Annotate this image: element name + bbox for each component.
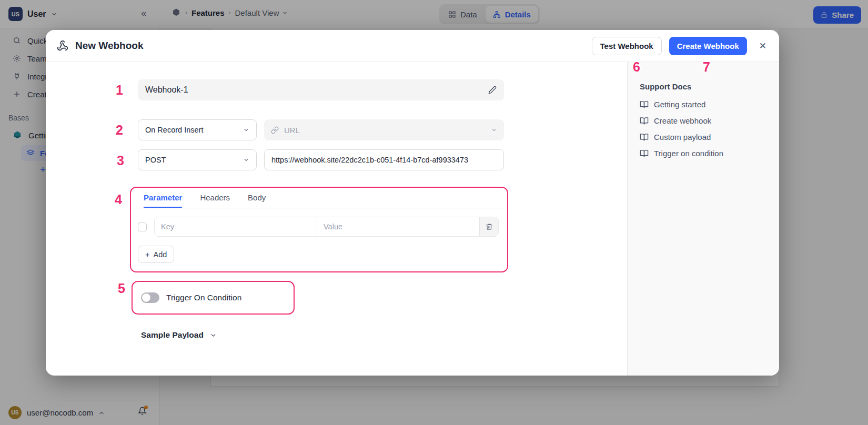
close-icon[interactable]: ✕ bbox=[759, 41, 766, 52]
book-icon bbox=[640, 149, 649, 158]
parameter-checkbox[interactable] bbox=[138, 222, 147, 231]
test-webhook-button[interactable]: Test Webhook bbox=[592, 37, 662, 55]
annotation-1: 1 bbox=[116, 83, 123, 98]
annotation-7: 7 bbox=[703, 59, 710, 75]
book-icon bbox=[640, 100, 649, 109]
parameter-row bbox=[138, 217, 499, 237]
trigger-condition-toggle[interactable] bbox=[141, 292, 159, 303]
doc-link-label: Getting started bbox=[654, 100, 705, 109]
annotation-3: 3 bbox=[117, 153, 124, 168]
chevron-down-icon bbox=[243, 157, 249, 163]
support-docs-panel: Support Docs Getting started Create webh… bbox=[627, 62, 779, 376]
request-config-highlight-box: Parameter Headers Body bbox=[130, 187, 508, 272]
annotation-6: 6 bbox=[633, 59, 640, 75]
tab-body[interactable]: Body bbox=[248, 193, 266, 208]
pencil-icon[interactable] bbox=[488, 86, 497, 94]
doc-link-custom-payload[interactable]: Custom payload bbox=[640, 133, 769, 141]
notification-type-placeholder: URL bbox=[284, 126, 300, 135]
add-button-label: Add bbox=[153, 250, 167, 259]
doc-link-label: Custom payload bbox=[654, 133, 711, 141]
delete-row-button[interactable] bbox=[479, 217, 498, 236]
create-webhook-button[interactable]: Create Webhook bbox=[669, 37, 747, 55]
book-icon bbox=[640, 133, 649, 141]
request-config-tabs: Parameter Headers Body bbox=[131, 188, 507, 208]
webhook-name-input[interactable] bbox=[145, 85, 488, 95]
sample-payload-toggle[interactable]: Sample Payload bbox=[141, 330, 627, 340]
method-select-value: POST bbox=[145, 156, 166, 164]
modal-body: On Record Insert URL bbox=[46, 62, 779, 376]
toggle-knob bbox=[142, 294, 150, 302]
parameter-key-input[interactable] bbox=[155, 217, 317, 236]
modal-header: New Webhook Test Webhook Create Webhook … bbox=[46, 30, 779, 62]
doc-link-create-webhook[interactable]: Create webhook bbox=[640, 116, 769, 125]
plus-icon: + bbox=[145, 250, 149, 259]
doc-link-trigger-on-condition[interactable]: Trigger on condition bbox=[640, 149, 769, 158]
method-select[interactable]: POST bbox=[138, 149, 257, 170]
modal-title: New Webhook bbox=[75, 40, 144, 52]
event-select[interactable]: On Record Insert bbox=[138, 119, 257, 140]
notification-type-select[interactable]: URL bbox=[264, 119, 504, 140]
support-docs-title: Support Docs bbox=[640, 82, 769, 91]
book-icon bbox=[640, 116, 649, 125]
chevron-down-icon bbox=[210, 332, 217, 339]
parameter-value-input[interactable] bbox=[317, 217, 479, 236]
doc-link-label: Create webhook bbox=[654, 116, 711, 125]
trash-icon bbox=[486, 223, 493, 230]
chevron-down-icon bbox=[491, 127, 497, 133]
trigger-condition-highlight-box: Trigger On Condition bbox=[132, 281, 295, 315]
annotation-5: 5 bbox=[118, 281, 125, 296]
sample-payload-label: Sample Payload bbox=[141, 330, 204, 340]
annotation-4: 4 bbox=[115, 192, 122, 207]
webhook-form: On Record Insert URL bbox=[46, 62, 627, 376]
webhook-name-field[interactable] bbox=[138, 79, 504, 100]
tab-parameter[interactable]: Parameter bbox=[144, 193, 182, 208]
doc-link-label: Trigger on condition bbox=[654, 149, 723, 158]
new-webhook-modal: New Webhook Test Webhook Create Webhook … bbox=[46, 30, 779, 376]
tab-headers[interactable]: Headers bbox=[200, 193, 230, 208]
link-icon bbox=[271, 126, 279, 134]
add-parameter-button[interactable]: + Add bbox=[138, 246, 174, 263]
webhook-icon bbox=[57, 40, 68, 52]
annotation-2: 2 bbox=[116, 123, 123, 138]
doc-link-getting-started[interactable]: Getting started bbox=[640, 100, 769, 109]
screen: US User « › Features › Default View bbox=[0, 0, 868, 425]
chevron-down-icon bbox=[243, 127, 249, 133]
event-select-value: On Record Insert bbox=[145, 126, 203, 134]
trigger-condition-label: Trigger On Condition bbox=[166, 293, 241, 302]
webhook-url-input[interactable] bbox=[264, 149, 504, 170]
